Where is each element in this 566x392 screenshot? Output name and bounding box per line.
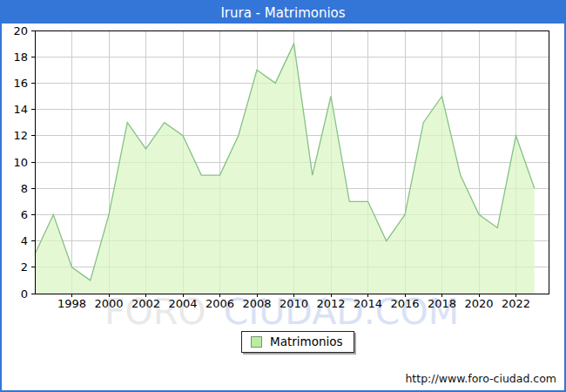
svg-text:8: 8 (21, 182, 28, 195)
svg-text:12: 12 (13, 129, 28, 142)
svg-text:20: 20 (13, 24, 28, 37)
legend-label: Matrimonios (270, 335, 343, 348)
svg-text:10: 10 (13, 156, 28, 169)
svg-text:4: 4 (21, 234, 28, 247)
svg-text:18: 18 (13, 51, 28, 64)
svg-text:2002: 2002 (131, 297, 160, 310)
svg-text:2016: 2016 (390, 297, 419, 310)
svg-text:2014: 2014 (354, 297, 382, 310)
legend-swatch-icon (251, 336, 262, 348)
svg-text:14: 14 (13, 103, 28, 116)
svg-text:2: 2 (21, 260, 28, 274)
svg-text:0: 0 (21, 287, 28, 301)
x-axis-labels: 1998200020022004200620082010201220142016… (57, 297, 530, 310)
svg-text:2000: 2000 (94, 297, 123, 310)
legend-box: Matrimonios (241, 331, 354, 353)
footer-url[interactable]: http://www.foro-ciudad.com (405, 372, 556, 385)
chart-window: Irura - Matrimonios FOROCIUDAD.COM 19982… (0, 0, 566, 392)
svg-text:2008: 2008 (242, 297, 271, 310)
svg-text:16: 16 (13, 77, 28, 90)
svg-text:2012: 2012 (316, 297, 345, 310)
svg-text:2010: 2010 (280, 297, 308, 310)
svg-text:2006: 2006 (206, 297, 234, 310)
svg-text:2020: 2020 (464, 297, 493, 310)
y-axis-labels: 02468101214161820 (13, 24, 28, 301)
svg-text:1998: 1998 (57, 297, 86, 310)
series-matrimonios (35, 44, 535, 294)
svg-text:2018: 2018 (428, 297, 456, 310)
svg-text:6: 6 (21, 208, 28, 221)
svg-text:2022: 2022 (502, 297, 530, 310)
svg-text:2004: 2004 (168, 297, 197, 310)
